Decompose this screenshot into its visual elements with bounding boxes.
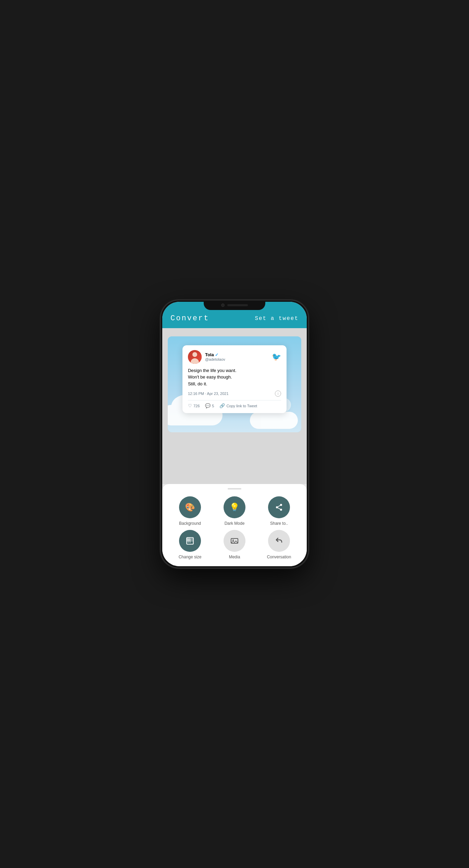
link-icon: 🔗: [219, 403, 225, 408]
copy-link-label: Copy link to Tweet: [226, 404, 257, 408]
dark-mode-icon-circle: 💡: [224, 496, 245, 518]
change-size-icon-circle: [179, 530, 201, 552]
bottom-sheet: 🎨 Background 💡 Dark Mode: [162, 484, 307, 566]
twitter-bird-icon: 🐦: [272, 352, 281, 361]
share-button[interactable]: Share to..: [259, 496, 299, 526]
cloud-2: [250, 412, 298, 429]
reply-icon: [275, 537, 283, 545]
info-icon[interactable]: i: [275, 390, 281, 397]
tweet-handle: @adetolaov: [205, 357, 225, 361]
avatar: [188, 350, 202, 364]
tweet-actions: ♡ 726 💬 5 🔗 Copy link to Tweet: [188, 400, 281, 408]
svg-line-3: [278, 508, 280, 509]
background-label: Background: [179, 521, 201, 526]
tweet-content: Design the life you want. Won't be easy …: [188, 367, 281, 387]
svg-point-12: [232, 540, 234, 541]
sheet-handle: [228, 488, 241, 489]
background-icon-circle: 🎨: [179, 496, 201, 518]
tweet-display-name: Tola ✓: [205, 352, 225, 357]
share-icon-circle: [268, 496, 290, 518]
change-size-label: Change size: [179, 555, 202, 559]
tweet-line-3: Still, do it.: [188, 381, 281, 387]
copy-link-action[interactable]: 🔗 Copy link to Tweet: [219, 403, 257, 408]
app-title: Convert: [170, 314, 209, 323]
background-button[interactable]: 🎨 Background: [170, 496, 210, 526]
phone-screen: Convert Set a tweet: [162, 302, 307, 566]
replies-count: 5: [212, 404, 214, 408]
share-label: Share to..: [270, 521, 288, 526]
change-size-button[interactable]: Change size: [170, 530, 210, 559]
resize-icon: [186, 536, 194, 545]
earpiece-speaker: [227, 304, 248, 306]
username-block: Tola ✓ @adetolaov: [205, 352, 225, 361]
set-tweet-button[interactable]: Set a tweet: [255, 315, 299, 322]
tweet-timestamp: 12:16 PM · Apr 23, 2021: [188, 392, 229, 396]
phone-notch: [204, 302, 265, 310]
tweet-card: Tola ✓ @adetolaov 🐦 Design the life you …: [182, 345, 287, 413]
action-buttons-grid: 🎨 Background 💡 Dark Mode: [170, 496, 299, 559]
share-icon: [275, 503, 283, 511]
media-icon: [230, 537, 239, 545]
front-camera: [221, 303, 225, 307]
heart-icon: ♡: [188, 403, 192, 408]
tweet-line-2: Won't be easy though.: [188, 374, 281, 381]
likes-action: ♡ 726: [188, 403, 200, 408]
media-button[interactable]: Media: [215, 530, 254, 559]
tweet-header: Tola ✓ @adetolaov 🐦: [188, 350, 281, 364]
dark-mode-button[interactable]: 💡 Dark Mode: [215, 496, 254, 526]
replies-action: 💬 5: [205, 403, 214, 408]
comment-icon: 💬: [205, 403, 211, 408]
tweet-user-info: Tola ✓ @adetolaov: [188, 350, 225, 364]
tweet-preview-container: Tola ✓ @adetolaov 🐦 Design the life you …: [168, 336, 301, 432]
media-icon-circle: [224, 530, 245, 552]
avatar-image: [188, 350, 202, 364]
conversation-label: Conversation: [267, 555, 291, 559]
media-label: Media: [229, 555, 240, 559]
svg-line-4: [278, 506, 280, 507]
likes-count: 726: [193, 404, 200, 408]
lightbulb-icon: 💡: [229, 503, 240, 512]
conversation-icon-circle: [268, 530, 290, 552]
dark-mode-label: Dark Mode: [225, 521, 245, 526]
palette-icon: 🎨: [185, 503, 195, 512]
main-content: Tola ✓ @adetolaov 🐦 Design the life you …: [162, 328, 307, 484]
verified-badge: ✓: [215, 352, 218, 357]
svg-point-0: [280, 504, 282, 506]
tweet-meta: 12:16 PM · Apr 23, 2021 i: [188, 390, 281, 397]
svg-point-1: [276, 506, 278, 508]
svg-point-2: [280, 509, 282, 511]
tweet-line-1: Design the life you want.: [188, 367, 281, 374]
conversation-button[interactable]: Conversation: [259, 530, 299, 559]
phone-device: Convert Set a tweet: [161, 300, 308, 568]
